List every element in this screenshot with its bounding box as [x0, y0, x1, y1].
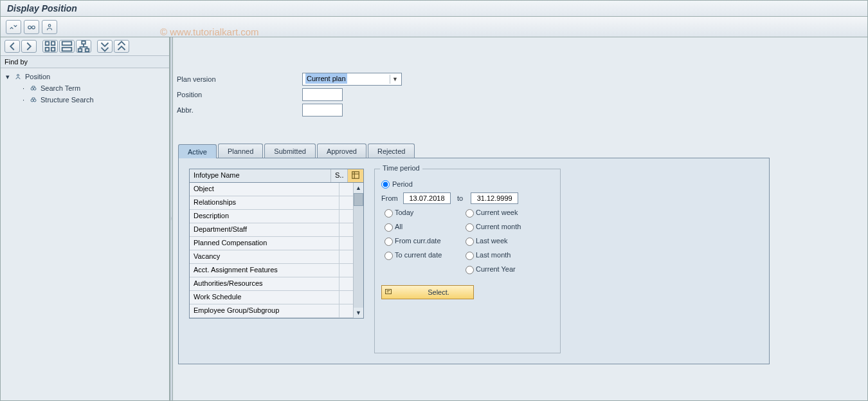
scroll-track[interactable]	[354, 206, 363, 308]
table-row[interactable]: Acct. Assignment Features	[190, 264, 353, 277]
period-radio-input[interactable]	[381, 180, 390, 189]
page-title: Display Position	[1, 1, 867, 17]
tree-expander[interactable]: ▾	[5, 73, 11, 81]
table-row[interactable]: Object	[190, 183, 353, 196]
tab-rejected[interactable]: Rejected	[368, 144, 415, 158]
tree-node-structure-search[interactable]: · Structure Search	[2, 94, 168, 106]
app-window: Display Position © www.tutorialkart.com	[0, 0, 868, 401]
radio-to-current-date[interactable]: To current date	[381, 248, 462, 262]
layout-btn-2[interactable]	[59, 40, 75, 53]
abbr-label: Abbr.	[176, 106, 302, 114]
infotype-col-config[interactable]	[348, 169, 363, 182]
from-date-input[interactable]	[403, 192, 451, 204]
infotype-header: Infotype Name S..	[189, 169, 364, 183]
tab-approved[interactable]: Approved	[317, 144, 366, 158]
tree-node-search-term[interactable]: · Search Term	[2, 82, 168, 94]
tab-planned[interactable]: Planned	[218, 144, 263, 158]
binoculars-icon	[29, 84, 38, 93]
tree-node-position[interactable]: ▾ Position	[2, 71, 168, 82]
table-row[interactable]: Department/Staff	[190, 223, 353, 237]
svg-rect-9	[82, 41, 86, 44]
grid-icon	[43, 39, 57, 53]
tab-pane: Infotype Name S.. Object Relationships D…	[178, 158, 770, 364]
table-row[interactable]: Work Schedule	[190, 291, 353, 304]
scroll-up-button[interactable]: ▲	[354, 183, 363, 193]
app-toolbar	[1, 17, 867, 37]
table-row[interactable]: Planned Compensation	[190, 237, 353, 250]
sidebar: Find by ▾ Position · Search Term · Struc…	[1, 37, 170, 400]
chevron-down-double-icon	[98, 39, 112, 53]
toolbar-btn-glasses[interactable]	[24, 20, 39, 34]
expand-all-button[interactable]	[97, 40, 113, 53]
period-radio[interactable]: Period	[381, 180, 413, 189]
infotype-col-name[interactable]: Infotype Name	[190, 169, 331, 182]
tree-node-label: Position	[25, 73, 50, 80]
layout-btn-3[interactable]	[76, 40, 91, 53]
table-row[interactable]: Description	[190, 210, 353, 223]
table-row[interactable]: Vacancy	[190, 250, 353, 264]
svg-point-2	[48, 24, 51, 26]
find-by-header: Find by	[1, 55, 169, 68]
chevron-up-double-icon	[114, 39, 129, 53]
table-cell: Relationships	[190, 196, 339, 209]
plan-version-select[interactable]: Current plan ▼	[302, 73, 402, 86]
radio-current-month[interactable]: Current month	[462, 219, 546, 234]
nav-forward-button[interactable]	[21, 40, 37, 53]
table-cell: Planned Compensation	[190, 237, 339, 250]
svg-rect-17	[352, 172, 359, 179]
svg-rect-11	[86, 49, 89, 52]
chevron-down-icon: ▼	[390, 75, 400, 84]
svg-point-12	[17, 75, 19, 77]
radio-current-year[interactable]: Current Year	[462, 262, 546, 276]
main-area: Plan version Current plan ▼ Position Abb…	[173, 37, 867, 400]
toolbar-btn-toggle[interactable]	[6, 20, 21, 34]
glasses-icon	[27, 23, 36, 32]
select-button[interactable]: Select.	[381, 285, 474, 299]
bullet-icon: ·	[23, 96, 26, 104]
to-date-input[interactable]	[471, 192, 518, 204]
svg-point-15	[31, 99, 33, 102]
radio-last-month[interactable]: Last month	[462, 248, 546, 262]
table-cell: Acct. Assignment Features	[190, 264, 339, 277]
person-icon	[14, 72, 23, 81]
period-options-grid: Today Current week All Current month Fro…	[381, 205, 554, 276]
radio-all[interactable]: All	[381, 219, 462, 234]
tab-submitted[interactable]: Submitted	[264, 144, 316, 158]
svg-rect-6	[51, 48, 55, 51]
scroll-thumb[interactable]	[354, 193, 363, 206]
svg-rect-8	[62, 48, 72, 51]
plan-version-row: Plan version Current plan ▼	[176, 72, 867, 86]
to-label: to	[453, 194, 468, 202]
table-row[interactable]: Employee Group/Subgroup	[190, 304, 353, 318]
infotype-body: Object Relationships Description Departm…	[189, 183, 364, 319]
layout-btn-1[interactable]	[42, 40, 58, 53]
collapse-all-button[interactable]	[114, 40, 129, 53]
tab-active[interactable]: Active	[178, 144, 217, 158]
from-label: From	[381, 194, 401, 202]
radio-last-week[interactable]: Last week	[462, 234, 546, 248]
tree: ▾ Position · Search Term · Structure Sea…	[1, 68, 169, 108]
plan-version-value: Current plan	[305, 73, 347, 84]
svg-point-0	[28, 26, 32, 29]
abbr-input[interactable]	[302, 104, 343, 117]
position-input[interactable]	[302, 88, 343, 101]
time-period-title: Time period	[380, 164, 422, 172]
svg-rect-3	[46, 42, 50, 46]
table-row[interactable]: Authorities/Resources	[190, 277, 353, 291]
radio-today[interactable]: Today	[381, 205, 462, 219]
table-row[interactable]: Relationships	[190, 196, 353, 210]
tree-node-label: Structure Search	[41, 96, 94, 104]
infotype-col-s[interactable]: S..	[331, 169, 348, 182]
arrow-right-icon	[22, 39, 36, 53]
nav-back-button[interactable]	[5, 40, 20, 53]
svg-point-1	[32, 26, 35, 29]
table-settings-icon	[351, 171, 360, 180]
radio-from-curr-date[interactable]: From curr.date	[381, 234, 462, 248]
toolbar-btn-orgchart[interactable]	[42, 20, 57, 34]
infotype-panel: Infotype Name S.. Object Relationships D…	[189, 169, 364, 353]
radio-current-week[interactable]: Current week	[462, 205, 546, 219]
scroll-down-button[interactable]: ▼	[354, 308, 363, 318]
position-label: Position	[176, 91, 302, 98]
scrollbar[interactable]: ▲ ▼	[353, 183, 363, 318]
svg-rect-5	[46, 48, 50, 51]
